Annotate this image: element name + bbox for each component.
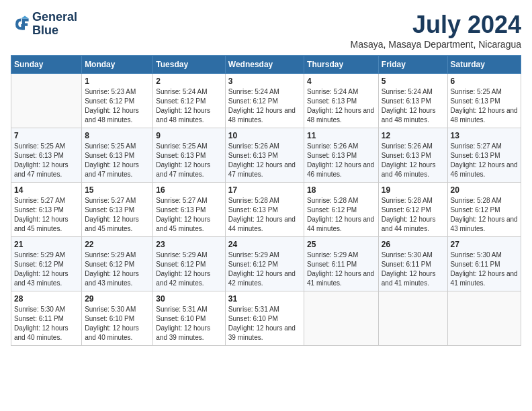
calendar-cell: 4Sunrise: 5:24 AMSunset: 6:13 PMDaylight… bbox=[304, 74, 379, 128]
day-number: 19 bbox=[382, 185, 445, 195]
day-number: 18 bbox=[307, 185, 375, 195]
calendar-week-row: 1Sunrise: 5:23 AMSunset: 6:12 PMDaylight… bbox=[11, 74, 521, 128]
day-info: Sunrise: 5:25 AMSunset: 6:13 PMDaylight:… bbox=[14, 142, 79, 179]
day-info: Sunrise: 5:30 AMSunset: 6:11 PMDaylight:… bbox=[382, 250, 445, 288]
day-info: Sunrise: 5:28 AMSunset: 6:12 PMDaylight:… bbox=[307, 196, 375, 234]
day-info: Sunrise: 5:26 AMSunset: 6:13 PMDaylight:… bbox=[307, 142, 375, 179]
calendar-table: SundayMondayTuesdayWednesdayThursdayFrid… bbox=[11, 55, 521, 346]
calendar-cell: 19Sunrise: 5:28 AMSunset: 6:12 PMDayligh… bbox=[378, 183, 447, 237]
day-info: Sunrise: 5:29 AMSunset: 6:12 PMDaylight:… bbox=[228, 250, 301, 288]
title-block: July 2024 Masaya, Masaya Department, Nic… bbox=[351, 11, 521, 50]
calendar-cell: 2Sunrise: 5:24 AMSunset: 6:12 PMDaylight… bbox=[153, 74, 225, 128]
day-number: 17 bbox=[228, 185, 301, 195]
day-number: 8 bbox=[85, 131, 150, 140]
column-header-sunday: Sunday bbox=[11, 56, 82, 74]
subtitle: Masaya, Masaya Department, Nicaragua bbox=[351, 39, 521, 50]
day-number: 9 bbox=[156, 131, 222, 140]
day-number: 10 bbox=[228, 131, 301, 140]
day-info: Sunrise: 5:27 AMSunset: 6:13 PMDaylight:… bbox=[451, 142, 518, 179]
calendar-cell: 24Sunrise: 5:29 AMSunset: 6:12 PMDayligh… bbox=[225, 237, 304, 291]
column-header-tuesday: Tuesday bbox=[153, 56, 225, 74]
calendar-cell: 7Sunrise: 5:25 AMSunset: 6:13 PMDaylight… bbox=[11, 128, 82, 183]
column-header-friday: Friday bbox=[378, 56, 447, 74]
calendar-cell: 17Sunrise: 5:28 AMSunset: 6:13 PMDayligh… bbox=[225, 183, 304, 237]
calendar-header-row: SundayMondayTuesdayWednesdayThursdayFrid… bbox=[11, 56, 521, 74]
day-info: Sunrise: 5:29 AMSunset: 6:11 PMDaylight:… bbox=[307, 250, 375, 288]
calendar-cell: 22Sunrise: 5:29 AMSunset: 6:12 PMDayligh… bbox=[82, 237, 153, 291]
day-info: Sunrise: 5:27 AMSunset: 6:13 PMDaylight:… bbox=[156, 196, 222, 234]
day-number: 5 bbox=[382, 77, 445, 86]
calendar-cell: 12Sunrise: 5:26 AMSunset: 6:13 PMDayligh… bbox=[378, 128, 447, 183]
day-number: 28 bbox=[14, 294, 79, 304]
day-info: Sunrise: 5:26 AMSunset: 6:13 PMDaylight:… bbox=[382, 142, 445, 179]
day-info: Sunrise: 5:31 AMSunset: 6:10 PMDaylight:… bbox=[228, 305, 301, 342]
day-info: Sunrise: 5:30 AMSunset: 6:11 PMDaylight:… bbox=[451, 250, 518, 288]
calendar-cell: 6Sunrise: 5:25 AMSunset: 6:13 PMDaylight… bbox=[447, 74, 521, 128]
day-number: 11 bbox=[307, 131, 375, 140]
logo-text: General Blue bbox=[32, 11, 77, 38]
day-info: Sunrise: 5:29 AMSunset: 6:12 PMDaylight:… bbox=[85, 250, 150, 288]
logo: General Blue bbox=[11, 11, 77, 38]
day-info: Sunrise: 5:24 AMSunset: 6:12 PMDaylight:… bbox=[156, 87, 222, 125]
calendar-cell: 11Sunrise: 5:26 AMSunset: 6:13 PMDayligh… bbox=[304, 128, 379, 183]
calendar-cell: 30Sunrise: 5:31 AMSunset: 6:10 PMDayligh… bbox=[153, 291, 225, 346]
calendar-week-row: 14Sunrise: 5:27 AMSunset: 6:13 PMDayligh… bbox=[11, 183, 521, 237]
day-info: Sunrise: 5:24 AMSunset: 6:13 PMDaylight:… bbox=[307, 87, 375, 125]
day-info: Sunrise: 5:27 AMSunset: 6:13 PMDaylight:… bbox=[14, 196, 79, 234]
day-info: Sunrise: 5:27 AMSunset: 6:13 PMDaylight:… bbox=[85, 196, 150, 234]
day-number: 31 bbox=[228, 294, 301, 304]
day-number: 27 bbox=[451, 240, 518, 249]
calendar-cell: 13Sunrise: 5:27 AMSunset: 6:13 PMDayligh… bbox=[447, 128, 521, 183]
calendar-cell: 5Sunrise: 5:24 AMSunset: 6:13 PMDaylight… bbox=[378, 74, 447, 128]
calendar-week-row: 7Sunrise: 5:25 AMSunset: 6:13 PMDaylight… bbox=[11, 128, 521, 183]
day-number: 13 bbox=[451, 131, 518, 140]
day-number: 30 bbox=[156, 294, 222, 304]
day-number: 12 bbox=[382, 131, 445, 140]
day-number: 7 bbox=[14, 131, 79, 140]
day-number: 20 bbox=[451, 185, 518, 195]
day-info: Sunrise: 5:29 AMSunset: 6:12 PMDaylight:… bbox=[14, 250, 79, 288]
calendar-cell: 15Sunrise: 5:27 AMSunset: 6:13 PMDayligh… bbox=[82, 183, 153, 237]
day-number: 26 bbox=[382, 240, 445, 249]
calendar-cell bbox=[447, 291, 521, 346]
day-number: 3 bbox=[228, 77, 301, 86]
calendar-cell: 31Sunrise: 5:31 AMSunset: 6:10 PMDayligh… bbox=[225, 291, 304, 346]
day-number: 2 bbox=[156, 77, 222, 86]
day-info: Sunrise: 5:24 AMSunset: 6:12 PMDaylight:… bbox=[228, 87, 301, 125]
calendar-cell: 1Sunrise: 5:23 AMSunset: 6:12 PMDaylight… bbox=[82, 74, 153, 128]
column-header-monday: Monday bbox=[82, 56, 153, 74]
day-info: Sunrise: 5:25 AMSunset: 6:13 PMDaylight:… bbox=[85, 142, 150, 179]
day-info: Sunrise: 5:25 AMSunset: 6:13 PMDaylight:… bbox=[451, 87, 518, 125]
day-info: Sunrise: 5:29 AMSunset: 6:12 PMDaylight:… bbox=[156, 250, 222, 288]
logo-icon bbox=[11, 15, 30, 34]
calendar-cell: 3Sunrise: 5:24 AMSunset: 6:12 PMDaylight… bbox=[225, 74, 304, 128]
calendar-cell: 21Sunrise: 5:29 AMSunset: 6:12 PMDayligh… bbox=[11, 237, 82, 291]
day-info: Sunrise: 5:23 AMSunset: 6:12 PMDaylight:… bbox=[85, 87, 150, 125]
day-number: 25 bbox=[307, 240, 375, 249]
day-info: Sunrise: 5:24 AMSunset: 6:13 PMDaylight:… bbox=[382, 87, 445, 125]
main-title: July 2024 bbox=[351, 11, 521, 39]
day-info: Sunrise: 5:28 AMSunset: 6:12 PMDaylight:… bbox=[382, 196, 445, 234]
calendar-cell: 10Sunrise: 5:26 AMSunset: 6:13 PMDayligh… bbox=[225, 128, 304, 183]
column-header-thursday: Thursday bbox=[304, 56, 379, 74]
calendar-cell bbox=[11, 74, 82, 128]
page-header: General Blue July 2024 Masaya, Masaya De… bbox=[11, 11, 521, 50]
day-number: 22 bbox=[85, 240, 150, 249]
column-header-wednesday: Wednesday bbox=[225, 56, 304, 74]
day-number: 15 bbox=[85, 185, 150, 195]
day-info: Sunrise: 5:25 AMSunset: 6:13 PMDaylight:… bbox=[156, 142, 222, 179]
day-info: Sunrise: 5:31 AMSunset: 6:10 PMDaylight:… bbox=[156, 305, 222, 342]
day-number: 6 bbox=[451, 77, 518, 86]
calendar-cell: 29Sunrise: 5:30 AMSunset: 6:10 PMDayligh… bbox=[82, 291, 153, 346]
day-info: Sunrise: 5:28 AMSunset: 6:13 PMDaylight:… bbox=[228, 196, 301, 234]
day-number: 21 bbox=[14, 240, 79, 249]
svg-marker-0 bbox=[21, 15, 28, 18]
column-header-saturday: Saturday bbox=[447, 56, 521, 74]
calendar-cell: 27Sunrise: 5:30 AMSunset: 6:11 PMDayligh… bbox=[447, 237, 521, 291]
calendar-cell: 18Sunrise: 5:28 AMSunset: 6:12 PMDayligh… bbox=[304, 183, 379, 237]
day-info: Sunrise: 5:28 AMSunset: 6:12 PMDaylight:… bbox=[451, 196, 518, 234]
day-number: 23 bbox=[156, 240, 222, 249]
day-number: 1 bbox=[85, 77, 150, 86]
day-number: 14 bbox=[14, 185, 79, 195]
day-number: 16 bbox=[156, 185, 222, 195]
